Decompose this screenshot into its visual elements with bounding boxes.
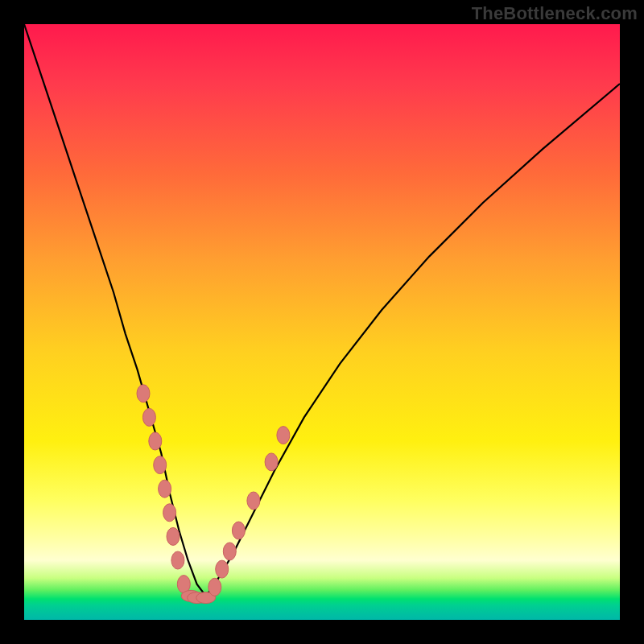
curve-marker bbox=[163, 504, 176, 522]
curve-marker bbox=[223, 543, 236, 560]
curve-marker bbox=[265, 453, 278, 471]
curve-marker bbox=[159, 480, 171, 497]
curve-marker bbox=[137, 385, 150, 402]
curve-marker bbox=[247, 492, 260, 510]
curve-marker bbox=[277, 427, 290, 444]
watermark-label: TheBottleneck.com bbox=[472, 3, 638, 24]
curve-marker bbox=[208, 578, 221, 596]
curve-marker bbox=[171, 551, 184, 569]
curve-marker bbox=[232, 522, 245, 539]
chart-frame bbox=[24, 24, 620, 620]
curve-marker bbox=[149, 432, 162, 450]
curve-marker bbox=[216, 560, 229, 578]
bottleneck-curve bbox=[24, 24, 620, 596]
curve-marker bbox=[167, 527, 180, 545]
marker-group bbox=[137, 385, 290, 604]
chart-svg bbox=[24, 24, 620, 620]
curve-marker bbox=[142, 408, 155, 426]
curve-marker bbox=[154, 456, 167, 474]
